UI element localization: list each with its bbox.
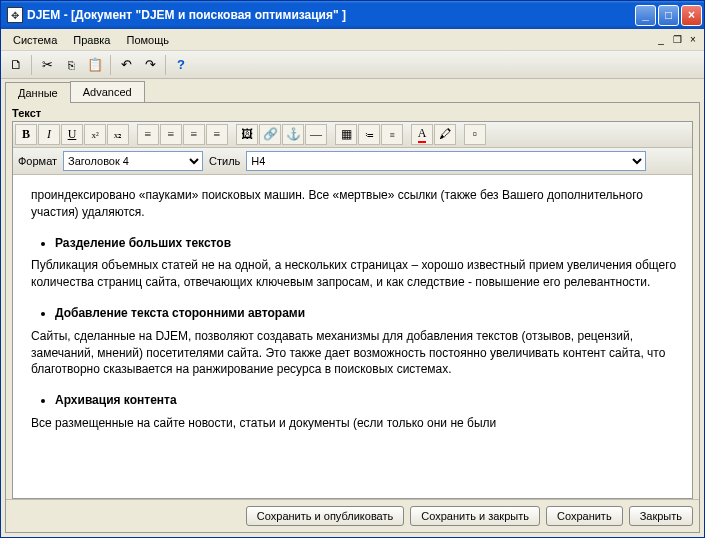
titlebar[interactable]: ✥ DJEM - [Документ "DJEM и поисковая опт…	[1, 1, 704, 29]
main-toolbar: 🗋 ✂ ⎘ 📋 ↶ ↷ ?	[1, 51, 704, 79]
paste-icon[interactable]: 📋	[84, 54, 106, 76]
mdi-restore-button[interactable]: ❐	[670, 33, 684, 47]
content-paragraph: Сайты, сделанные на DJEM, позволяют созд…	[31, 328, 680, 378]
text-color-icon[interactable]: A	[411, 124, 433, 145]
separator	[165, 55, 166, 75]
separator	[31, 55, 32, 75]
underline-icon[interactable]: U	[61, 124, 83, 145]
maximize-button[interactable]: □	[658, 5, 679, 26]
insert-table-icon[interactable]: ▦	[335, 124, 357, 145]
new-document-icon[interactable]: 🗋	[5, 54, 27, 76]
save-button[interactable]: Сохранить	[546, 506, 623, 526]
format-select[interactable]: Заголовок 4	[63, 151, 203, 171]
editor-toolbar: B I U x² x₂ ≡ ≡ ≡ ≡ 🖼 🔗 ⚓ — ▦ ≔ ≡	[13, 122, 692, 148]
style-label: Стиль	[207, 155, 242, 167]
save-and-publish-button[interactable]: Сохранить и опубликовать	[246, 506, 404, 526]
highlight-icon[interactable]: 🖍	[434, 124, 456, 145]
italic-icon[interactable]: I	[38, 124, 60, 145]
tab-advanced[interactable]: Advanced	[70, 81, 145, 102]
content-heading: Архивация контента	[55, 392, 680, 409]
tab-data[interactable]: Данные	[5, 82, 71, 103]
subscript-icon[interactable]: x₂	[107, 124, 129, 145]
tab-strip: Данные Advanced	[1, 81, 704, 102]
content-paragraph: Все размещенные на сайте новости, статьи…	[31, 415, 680, 432]
mdi-minimize-button[interactable]: _	[654, 33, 668, 47]
format-label: Формат	[16, 155, 59, 167]
style-select[interactable]: H4	[246, 151, 646, 171]
close-button[interactable]: Закрыть	[629, 506, 693, 526]
content-heading: Разделение больших текстов	[55, 235, 680, 252]
save-and-close-button[interactable]: Сохранить и закрыть	[410, 506, 540, 526]
menu-edit[interactable]: Правка	[65, 31, 118, 49]
window-title: DJEM - [Документ "DJEM и поисковая оптим…	[27, 8, 635, 22]
menu-help[interactable]: Помощь	[118, 31, 177, 49]
bottom-button-bar: Сохранить и опубликовать Сохранить и зак…	[6, 499, 699, 532]
menubar: Система Правка Помощь _ ❐ ×	[1, 29, 704, 51]
help-icon[interactable]: ?	[170, 54, 192, 76]
content-heading: Добавление текста сторонними авторами	[55, 305, 680, 322]
bold-icon[interactable]: B	[15, 124, 37, 145]
window-close-button[interactable]: ×	[681, 5, 702, 26]
align-center-icon[interactable]: ≡	[160, 124, 182, 145]
section-label-text: Текст	[6, 103, 699, 121]
insert-image-icon[interactable]: 🖼	[236, 124, 258, 145]
rich-text-editor: B I U x² x₂ ≡ ≡ ≡ ≡ 🖼 🔗 ⚓ — ▦ ≔ ≡	[12, 121, 693, 499]
minimize-button[interactable]: _	[635, 5, 656, 26]
app-icon: ✥	[7, 7, 23, 23]
tab-panel: Текст B I U x² x₂ ≡ ≡ ≡ ≡ 🖼 🔗 ⚓ — ▦ ≔	[5, 102, 700, 533]
editor-content[interactable]: проиндексировано «пауками» поисковых маш…	[13, 175, 692, 498]
clear-formatting-icon[interactable]: ▫	[464, 124, 486, 145]
horizontal-rule-icon[interactable]: —	[305, 124, 327, 145]
align-right-icon[interactable]: ≡	[183, 124, 205, 145]
align-left-icon[interactable]: ≡	[137, 124, 159, 145]
insert-link-icon[interactable]: 🔗	[259, 124, 281, 145]
redo-icon[interactable]: ↷	[139, 54, 161, 76]
align-justify-icon[interactable]: ≡	[206, 124, 228, 145]
content-paragraph: проиндексировано «пауками» поисковых маш…	[31, 187, 680, 221]
app-window: ✥ DJEM - [Документ "DJEM и поисковая опт…	[0, 0, 705, 538]
ordered-list-icon[interactable]: ≔	[358, 124, 380, 145]
copy-icon[interactable]: ⎘	[60, 54, 82, 76]
menu-system[interactable]: Система	[5, 31, 65, 49]
insert-anchor-icon[interactable]: ⚓	[282, 124, 304, 145]
cut-icon[interactable]: ✂	[36, 54, 58, 76]
editor-format-row: Формат Заголовок 4 Стиль H4	[13, 148, 692, 175]
unordered-list-icon[interactable]: ≡	[381, 124, 403, 145]
undo-icon[interactable]: ↶	[115, 54, 137, 76]
mdi-close-button[interactable]: ×	[686, 33, 700, 47]
content-paragraph: Публикация объемных статей не на одной, …	[31, 257, 680, 291]
superscript-icon[interactable]: x²	[84, 124, 106, 145]
separator	[110, 55, 111, 75]
